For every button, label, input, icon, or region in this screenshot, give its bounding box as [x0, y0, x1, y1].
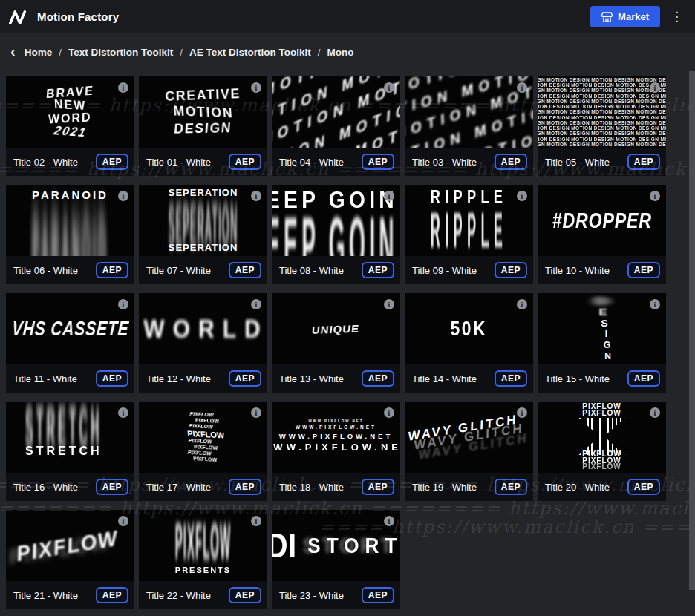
aep-badge[interactable]: AEP [96, 587, 128, 603]
info-icon[interactable]: i [118, 191, 128, 201]
info-icon[interactable]: i [384, 191, 394, 201]
thumb-art-text: PIXFLOW [538, 410, 666, 417]
card-thumbnail[interactable]: i PIXFLOWPIXFLOWPIXFLOWPIXFLOWPIXFLOWPIX… [139, 402, 267, 473]
card-title: Title 12 - White [146, 373, 211, 384]
aep-badge[interactable]: AEP [495, 154, 527, 170]
back-chevron-icon[interactable]: ‹ [10, 44, 16, 61]
info-icon[interactable]: i [650, 407, 660, 418]
aep-badge[interactable]: AEP [362, 370, 394, 387]
breadcrumb-item[interactable]: AE Text Distortion Toolkit [189, 47, 311, 58]
aep-badge[interactable]: AEP [495, 370, 527, 387]
card-footer: Title 22 - White AEP [139, 581, 267, 609]
aep-badge[interactable]: AEP [627, 262, 660, 278]
thumbnail-art: BRAVENEWWORD2021 [6, 76, 134, 148]
card-thumbnail[interactable]: i EEP GOINEEP GOIN [272, 185, 400, 256]
thumb-art-text: PIXFLOW [189, 411, 214, 419]
info-icon[interactable]: i [384, 407, 394, 418]
card-thumbnail[interactable]: i MOTION MOTION MOTION MOTION MOTION MOT… [272, 76, 400, 148]
info-icon[interactable]: i [384, 299, 394, 309]
market-store-icon [601, 12, 613, 22]
aep-badge[interactable]: AEP [627, 370, 660, 387]
info-icon[interactable]: i [650, 299, 660, 309]
thumb-art-text: PIXFLOW [192, 456, 217, 464]
aep-badge[interactable]: AEP [362, 479, 394, 495]
aep-badge[interactable]: AEP [229, 154, 261, 170]
aep-badge[interactable]: AEP [229, 587, 261, 603]
info-icon[interactable]: i [517, 407, 527, 418]
breadcrumb-separator: / [59, 47, 62, 58]
info-icon[interactable]: i [517, 191, 527, 201]
kebab-menu-icon[interactable]: ⋮ [666, 10, 688, 23]
card-thumbnail[interactable]: i BRAVENEWWORD2021 [6, 76, 134, 148]
aep-badge[interactable]: AEP [96, 154, 128, 170]
card-title: Title 07 - White [146, 265, 211, 276]
template-card: i WAVY GLITCHWAVY GLITCHWAVY GLITCH Titl… [405, 402, 533, 501]
card-thumbnail[interactable]: i SEPERATIONSEPERATIONSEPERATION [139, 185, 267, 256]
breadcrumb-item[interactable]: Home [25, 47, 53, 58]
aep-badge[interactable]: AEP [362, 154, 394, 170]
info-icon[interactable]: i [118, 516, 128, 526]
info-icon[interactable]: i [251, 82, 261, 93]
thumb-art-text: UNIQUE [311, 321, 360, 335]
vertical-scrollbar[interactable] [689, 71, 695, 590]
card-thumbnail[interactable]: i PIXFLOWPRESENTS [139, 510, 267, 581]
thumb-art-text: DESIGN MOTION DESIGN MOTION DESIGN MOTIO… [538, 125, 666, 131]
card-thumbnail[interactable]: i DISTORT [272, 510, 400, 581]
info-icon[interactable]: i [650, 191, 660, 201]
info-icon[interactable]: i [251, 299, 261, 309]
card-title: Title 23 - White [279, 590, 344, 601]
card-thumbnail[interactable]: i WWW.PIXFLOW.NETWWW.PIXFLOW.NETWWW.PIXF… [272, 402, 400, 473]
info-icon[interactable]: i [650, 82, 660, 93]
aep-badge[interactable]: AEP [96, 262, 128, 278]
thumb-art-text: STORT [307, 534, 400, 558]
market-button[interactable]: Market [590, 6, 660, 27]
aep-badge[interactable]: AEP [96, 479, 128, 495]
card-thumbnail[interactable]: i MOTION DESIGN MOTION DESIGN MOTION DES… [538, 76, 666, 148]
aep-badge[interactable]: AEP [362, 587, 394, 603]
info-icon[interactable]: i [384, 516, 394, 526]
thumbnail-art: CREATIVEMOTIONDESIGN [139, 76, 267, 148]
template-card: i #DROPPER Title 10 - White AEP [538, 185, 666, 284]
info-icon[interactable]: i [517, 299, 527, 309]
thumbnail-art: WWW.PIXFLOW.NETWWW.PIXFLOW.NETWWW.PIXFLO… [272, 402, 400, 473]
aep-badge[interactable]: AEP [627, 479, 660, 495]
info-icon[interactable]: i [118, 82, 128, 93]
thumb-art-text: WWW.PIXFLOW.NET [272, 441, 400, 455]
card-thumbnail[interactable]: i STRETCHSTRETCH [6, 402, 134, 473]
card-thumbnail[interactable]: i MOTION MOTION MOTION MOTION MOTION MOT… [405, 76, 533, 148]
aep-badge[interactable]: AEP [627, 154, 660, 170]
card-thumbnail[interactable]: i #DROPPER [538, 185, 666, 256]
template-card: i VHS CASSETE Title 11 - White AEP [6, 293, 134, 393]
info-icon[interactable]: i [118, 299, 128, 309]
card-thumbnail[interactable]: i CREATIVEMOTIONDESIGN [139, 76, 267, 148]
card-thumbnail[interactable]: i PIXFLOW [6, 510, 134, 581]
card-thumbnail[interactable]: i WORLD [139, 293, 267, 364]
aep-badge[interactable]: AEP [495, 262, 527, 278]
aep-badge[interactable]: AEP [362, 262, 394, 278]
aep-badge[interactable]: AEP [229, 370, 261, 387]
card-thumbnail[interactable]: i UNIQUE [272, 293, 400, 364]
card-thumbnail[interactable]: i PARANOIDPARANOID [6, 185, 134, 256]
info-icon[interactable]: i [251, 191, 261, 201]
card-thumbnail[interactable]: i WAVY GLITCHWAVY GLITCHWAVY GLITCH [405, 402, 533, 473]
info-icon[interactable]: i [251, 407, 261, 418]
info-icon[interactable]: i [384, 82, 394, 93]
card-thumbnail[interactable]: i PIXFLOWPIXFLOWPIXFLOWPIXFLOWPIXFLOW [538, 402, 666, 473]
aep-badge[interactable]: AEP [495, 479, 527, 495]
thumb-art-text: MOTION DESIGN MOTION DESIGN MOTION DESIG… [538, 131, 666, 136]
card-thumbnail[interactable]: i VHS CASSETE [6, 293, 134, 364]
thumbnail-art: 50K [405, 293, 533, 364]
aep-badge[interactable]: AEP [229, 262, 261, 278]
aep-badge[interactable]: AEP [229, 479, 261, 495]
aep-badge[interactable]: AEP [96, 370, 128, 387]
breadcrumb-item[interactable]: Mono [327, 47, 353, 58]
template-card: i EEP GOINEEP GOIN Title 08 - White AEP [272, 185, 400, 284]
info-icon[interactable]: i [251, 516, 261, 526]
card-thumbnail[interactable]: i 50K [405, 293, 533, 364]
card-thumbnail[interactable]: i RIPPLERIPPLE [405, 185, 533, 256]
info-icon[interactable]: i [517, 82, 527, 93]
breadcrumb-item[interactable]: Text Distortion Toolkit [68, 47, 173, 58]
info-icon[interactable]: i [118, 407, 128, 418]
template-card: i UNIQUE Title 13 - White AEP [272, 293, 400, 393]
card-thumbnail[interactable]: i DESIGN [538, 293, 666, 364]
